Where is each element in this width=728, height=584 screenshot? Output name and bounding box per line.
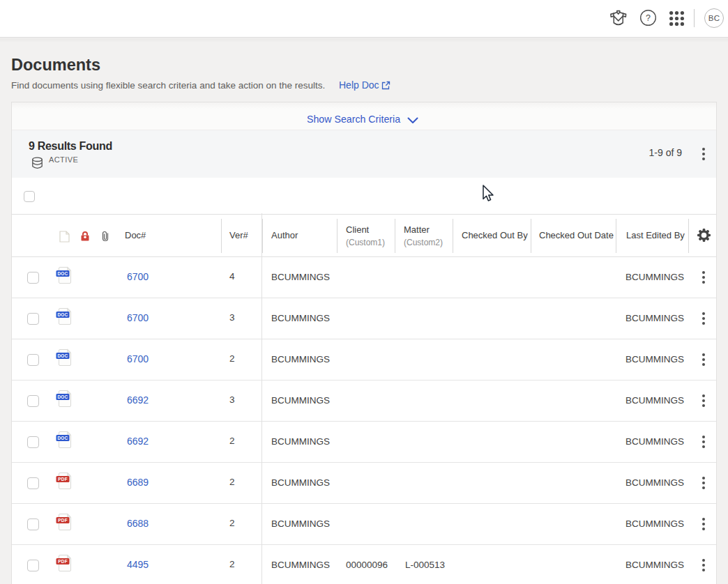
svg-text:?: ? bbox=[646, 13, 651, 23]
svg-text:DOC: DOC bbox=[57, 271, 68, 276]
svg-text:DOC: DOC bbox=[57, 312, 68, 317]
svg-text:PDF: PDF bbox=[58, 559, 68, 564]
svg-text:DOC: DOC bbox=[57, 353, 68, 358]
svg-text:DOC: DOC bbox=[57, 394, 68, 399]
svg-text:DOC: DOC bbox=[57, 436, 68, 440]
svg-text:PDF: PDF bbox=[58, 477, 68, 482]
svg-text:PDF: PDF bbox=[58, 518, 68, 523]
